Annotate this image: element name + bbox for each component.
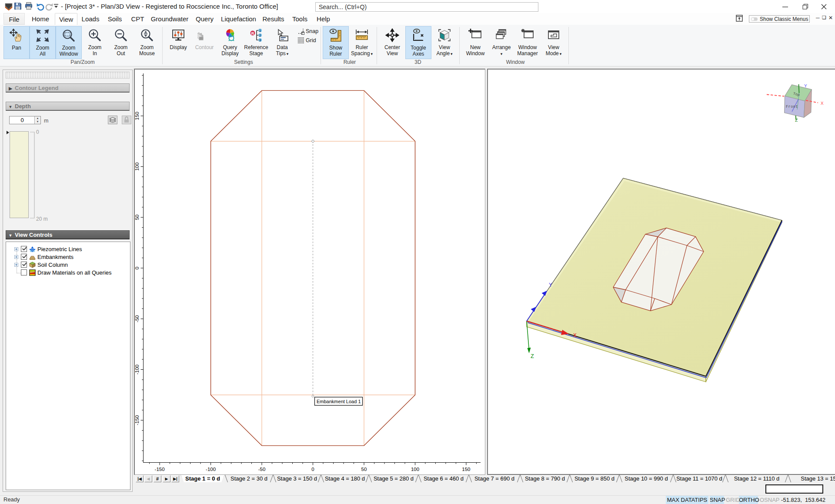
svg-text:150: 150	[462, 467, 470, 472]
svg-text:50: 50	[135, 215, 140, 220]
svg-text:-50: -50	[135, 315, 140, 322]
svg-text:150: 150	[135, 112, 140, 120]
svg-text:X: X	[821, 101, 824, 106]
svg-text:-100: -100	[206, 467, 216, 472]
svg-text:Z: Z	[795, 118, 798, 123]
svg-text:-150: -150	[135, 415, 140, 425]
svg-text:R: R	[251, 31, 254, 36]
svg-text:100: 100	[135, 162, 140, 171]
svg-text:X: X	[573, 332, 577, 339]
svg-text:Y: Y	[549, 282, 552, 288]
svg-text:0: 0	[311, 467, 314, 472]
svg-text:2: 2	[259, 33, 261, 37]
svg-text:1: 1	[259, 29, 261, 33]
svg-text:100: 100	[411, 467, 419, 472]
svg-text:-150: -150	[155, 467, 165, 472]
svg-text:0: 0	[135, 267, 140, 269]
svg-text:Y: Y	[804, 83, 807, 89]
svg-text:3: 3	[259, 38, 261, 42]
svg-text:Embankment Load 1: Embankment Load 1	[317, 399, 361, 404]
svg-text:Front: Front	[786, 105, 798, 109]
svg-text:-50: -50	[258, 467, 266, 472]
svg-text:Z: Z	[531, 353, 534, 360]
svg-text:-100: -100	[135, 365, 140, 375]
svg-text:50: 50	[361, 467, 367, 472]
